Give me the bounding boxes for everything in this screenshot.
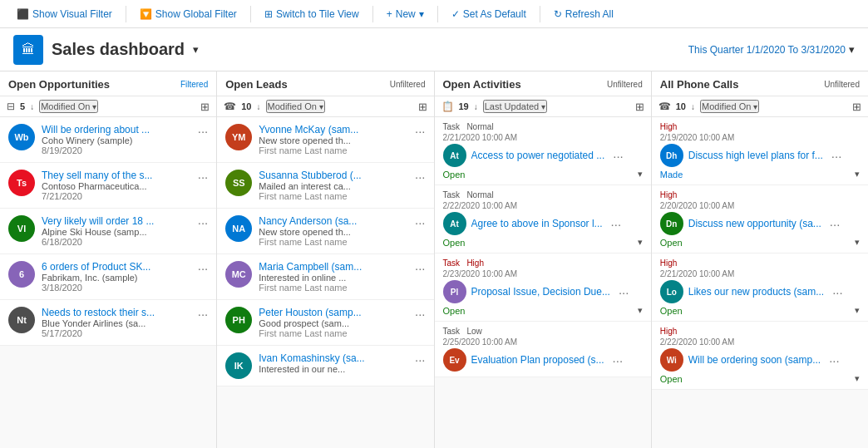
- more-options-icon[interactable]: ···: [195, 215, 209, 229]
- separator-5: [540, 6, 540, 22]
- activity-item-4[interactable]: Task Low 2/25/2020 10:00 AM Ev Evaluatio…: [435, 322, 651, 377]
- activity-title: Agree to above in Sponsor l...: [471, 218, 603, 229]
- activity-status: Open ▾: [660, 237, 860, 248]
- leads-icon: ☎: [224, 101, 236, 112]
- more-options-icon[interactable]: ···: [615, 285, 629, 299]
- more-options-icon[interactable]: ···: [609, 149, 624, 163]
- lead-item-5[interactable]: PH Peter Houston (samp... Good prospect …: [217, 300, 433, 346]
- leads-sort-button[interactable]: Modified On: [266, 100, 325, 113]
- quarter-dropdown-button[interactable]: ▾: [849, 43, 855, 56]
- leads-sort-down[interactable]: [257, 101, 261, 112]
- more-options-icon[interactable]: ···: [412, 170, 426, 184]
- leads-subheader: ☎ 10 Modified On ⊞: [217, 96, 433, 117]
- avatar: Nt: [8, 307, 35, 333]
- more-options-icon[interactable]: ···: [412, 352, 426, 367]
- expand-icon[interactable]: ▾: [638, 169, 643, 180]
- page-title: Sales dashboard: [52, 40, 185, 59]
- phonecalls-sort-button[interactable]: Modified On: [700, 100, 759, 113]
- item-name: 6 orders of Product SK...: [42, 261, 188, 273]
- activity-item-3[interactable]: Task High 2/23/2020 10:00 AM Pl Proposal…: [435, 254, 651, 322]
- priority-badge: Task Low: [443, 327, 482, 336]
- lead-item-1[interactable]: YM Yvonne McKay (sam... New store opened…: [217, 117, 433, 163]
- item-company: Coho Winery (sample): [42, 135, 188, 145]
- more-options-icon[interactable]: ···: [412, 215, 426, 229]
- more-options-icon[interactable]: ···: [195, 124, 209, 138]
- more-options-icon[interactable]: ···: [195, 307, 209, 321]
- expand-icon[interactable]: ▾: [638, 305, 643, 316]
- phonecalls-view-options[interactable]: ⊞: [852, 101, 861, 113]
- opportunity-item-3[interactable]: Vl Very likely will order 18 ... Alpine …: [0, 209, 216, 254]
- priority-badge: High: [660, 190, 678, 199]
- opportunity-item-2[interactable]: Ts They sell many of the s... Contoso Ph…: [0, 163, 216, 209]
- activity-row: At Access to power negotiated ... ···: [443, 144, 643, 167]
- opportunity-item-4[interactable]: 6 6 orders of Product SK... Fabrikam, In…: [0, 254, 216, 300]
- item-label: First name Last name: [259, 237, 405, 247]
- opportunity-item-5[interactable]: Nt Needs to restock their s... Blue Yond…: [0, 300, 216, 346]
- switch-tile-view-label: Switch to Tile View: [276, 8, 359, 20]
- activities-count: 19: [459, 101, 469, 111]
- item-label: First name Last name: [259, 145, 405, 155]
- more-options-icon[interactable]: ···: [609, 353, 624, 367]
- more-options-icon[interactable]: ···: [826, 353, 840, 367]
- show-visual-filter-button[interactable]: ⬛ Show Visual Filter: [10, 5, 119, 23]
- activity-datetime: 2/22/2020 10:00 AM: [443, 201, 643, 210]
- tile-view-icon: ⊞: [264, 8, 273, 20]
- activities-sort-button[interactable]: Last Updated: [483, 100, 547, 113]
- phonecall-item-2[interactable]: High 2/20/2020 10:00 AM Dn Discuss new o…: [652, 185, 868, 254]
- lead-item-4[interactable]: MC Maria Campbell (sam... Interested in …: [217, 254, 433, 300]
- more-options-icon[interactable]: ···: [608, 217, 622, 231]
- more-options-icon[interactable]: ···: [195, 170, 209, 184]
- opportunity-item-1[interactable]: Wb Will be ordering about ... Coho Winer…: [0, 117, 216, 163]
- activity-title: Discuss high level plans for f...: [688, 150, 823, 161]
- status-label: Open: [443, 306, 466, 316]
- activities-sort-down[interactable]: [474, 101, 478, 112]
- priority-badge: Task High: [443, 258, 484, 268]
- lead-item-6[interactable]: IK Ivan Komashinsky (sa... Interested in…: [217, 346, 433, 386]
- new-icon: +: [387, 8, 392, 20]
- status-label: Open: [660, 306, 683, 316]
- leads-view-options[interactable]: ⊞: [418, 101, 427, 113]
- expand-icon[interactable]: ▾: [855, 169, 860, 180]
- leads-list: YM Yvonne McKay (sam... New store opened…: [217, 117, 433, 448]
- lead-item-3[interactable]: NA Nancy Anderson (sa... New store opene…: [217, 209, 433, 254]
- more-options-icon[interactable]: ···: [412, 261, 426, 275]
- title-dropdown-button[interactable]: ▾: [193, 43, 199, 56]
- activity-item-1[interactable]: Task Normal 2/21/2020 10:00 AM At Access…: [435, 117, 651, 185]
- opportunities-filter-badge: Filtered: [180, 80, 208, 89]
- open-opportunities-panel: Open Opportunities Filtered ⊟ 5 Modified…: [0, 71, 217, 448]
- activities-view-options[interactable]: ⊞: [635, 101, 644, 113]
- phonecall-item-4[interactable]: High 2/22/2020 10:00 AM Wi Will be order…: [652, 322, 868, 390]
- opportunities-sort-button[interactable]: Modified On: [39, 100, 98, 113]
- lead-item-2[interactable]: SS Susanna Stubberod (... Mailed an inte…: [217, 163, 433, 209]
- more-options-icon[interactable]: ···: [829, 285, 843, 299]
- set-as-default-button[interactable]: ✓ Set As Default: [445, 5, 533, 23]
- refresh-all-button[interactable]: ↻ Refresh All: [547, 5, 620, 23]
- avatar: Vl: [8, 215, 35, 242]
- activity-item-2[interactable]: Task Normal 2/22/2020 10:00 AM At Agree …: [435, 185, 651, 254]
- phonecalls-list: High 2/19/2020 10:00 AM Dh Discuss high …: [652, 117, 868, 448]
- more-options-icon[interactable]: ···: [195, 261, 209, 275]
- activity-status: Open ▾: [443, 237, 643, 248]
- expand-icon[interactable]: ▾: [638, 237, 643, 248]
- more-options-icon[interactable]: ···: [412, 124, 426, 138]
- leads-panel-header: Open Leads Unfiltered: [217, 71, 433, 96]
- phonecalls-sort-down[interactable]: [691, 101, 695, 112]
- more-options-icon[interactable]: ···: [828, 149, 842, 163]
- opportunities-view-options[interactable]: ⊞: [200, 101, 210, 113]
- activities-sort-label: Last Updated: [485, 101, 539, 111]
- more-options-icon[interactable]: ···: [826, 217, 841, 231]
- phonecall-item-3[interactable]: High 2/21/2020 10:00 AM Lo Likes our new…: [652, 254, 868, 322]
- more-options-icon[interactable]: ···: [412, 307, 426, 321]
- expand-icon[interactable]: ▾: [855, 305, 860, 316]
- show-global-filter-button[interactable]: 🔽 Show Global Filter: [133, 5, 244, 23]
- phonecall-item-1[interactable]: High 2/19/2020 10:00 AM Dh Discuss high …: [652, 117, 868, 185]
- item-content: Maria Campbell (sam... Interested in onl…: [259, 261, 405, 293]
- new-button[interactable]: + New ▾: [380, 5, 431, 23]
- activities-filter-badge: Unfiltered: [607, 80, 643, 89]
- expand-icon[interactable]: ▾: [855, 237, 860, 248]
- opportunities-sort-down[interactable]: [30, 101, 34, 112]
- item-content: 6 orders of Product SK... Fabrikam, Inc.…: [42, 261, 188, 293]
- expand-icon[interactable]: ▾: [855, 373, 860, 384]
- avatar: 6: [8, 261, 35, 288]
- switch-tile-view-button[interactable]: ⊞ Switch to Tile View: [258, 5, 366, 23]
